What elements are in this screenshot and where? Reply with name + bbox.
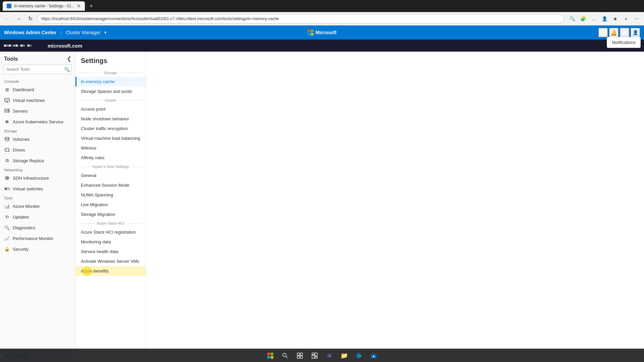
collections-icon[interactable]: +: [621, 14, 631, 23]
settings-nav-witness[interactable]: Witness: [75, 143, 146, 153]
settings-nav-activate-windows[interactable]: Activate Windows Server VMs: [75, 256, 146, 266]
sidebar-header: Tools ❮: [0, 52, 75, 65]
settings-nav-cluster-traffic[interactable]: Cluster traffic encryption: [75, 124, 146, 133]
refresh-button[interactable]: ↻: [25, 14, 35, 23]
profile-icon[interactable]: 👤: [600, 14, 609, 23]
browser-toolbar: ← → ↻ 🔍 🧩 … 👤 ★ + ⋯: [0, 12, 644, 25]
active-tab[interactable]: In-memory cache - Settings - Cl... ✕: [3, 1, 85, 11]
storage-replica-icon: ⧉: [4, 158, 10, 164]
tab-title: In-memory cache - Settings - Cl...: [14, 4, 74, 8]
more-icon[interactable]: …: [589, 14, 598, 23]
settings-nav-service-health[interactable]: Service health data: [75, 247, 146, 256]
extensions-icon[interactable]: 🧩: [578, 14, 588, 23]
svg-rect-29: [300, 356, 303, 358]
taskbar: 📁: [0, 349, 644, 362]
search-icon: 🔍: [64, 67, 70, 72]
settings-nav-general[interactable]: General: [75, 171, 146, 180]
settings-nav-storage-spaces[interactable]: Storage Spaces and pools: [75, 86, 146, 96]
cluster-manager-chevron[interactable]: ▾: [104, 30, 106, 35]
settings-nav-live-migration[interactable]: Live Migration: [75, 200, 146, 209]
settings-nav-enhanced-session[interactable]: Enhanced Session Mode: [75, 180, 146, 190]
sidebar-item-azure-monitor[interactable]: 📊 Azure Monitor: [0, 201, 75, 212]
diagnostics-label: Diagnostics: [13, 225, 35, 230]
svg-rect-20: [267, 353, 270, 355]
settings-content: [146, 52, 644, 361]
svg-line-25: [286, 356, 287, 358]
file-explorer-button[interactable]: 📁: [338, 350, 350, 362]
microsoft-logo-area: Microsoft: [308, 29, 337, 36]
new-tab-button[interactable]: +: [88, 3, 95, 10]
svg-point-19: [5, 188, 7, 190]
svg-rect-26: [297, 353, 300, 355]
edge-browser-button[interactable]: [353, 350, 365, 362]
sdn-label: SDN Infrastructure: [13, 176, 49, 181]
tab-close-button[interactable]: ✕: [77, 3, 81, 9]
svg-point-24: [283, 353, 286, 357]
svg-rect-2: [308, 33, 310, 36]
task-view-button[interactable]: [294, 350, 306, 362]
back-button[interactable]: ←: [3, 14, 12, 23]
gear-button[interactable]: ⚙: [620, 28, 629, 37]
settings-nav-in-memory-cache[interactable]: In-memory cache: [75, 77, 146, 86]
settings-nav-azure-benefits[interactable]: Azure benefits: [75, 266, 146, 276]
widgets-button[interactable]: [309, 350, 321, 362]
settings-nav-azure-stack-reg[interactable]: Azure Stack HCI registration: [75, 227, 146, 237]
search-tools-input[interactable]: [3, 65, 72, 74]
app-bar: Windows Admin Center | Cluster Manager ▾…: [0, 25, 644, 40]
profile-button[interactable]: 👤: [631, 28, 640, 37]
sidebar-item-virtual-switches[interactable]: Virtual switches: [0, 183, 75, 194]
favorites-icon[interactable]: ★: [610, 14, 620, 23]
microsoft-store-button[interactable]: [368, 350, 380, 362]
settings-nav-storage-migration[interactable]: Storage Migration: [75, 209, 146, 219]
tools-section-label: Tools: [0, 194, 75, 201]
settings-nav-monitoring-data[interactable]: Monitoring data: [75, 237, 146, 247]
sidebar-item-drives[interactable]: Drives: [0, 144, 75, 155]
forward-button[interactable]: →: [14, 14, 23, 23]
app-bar-separator: |: [60, 30, 61, 35]
browser-menu-icon[interactable]: ⋯: [632, 14, 641, 23]
teams-button[interactable]: [323, 350, 335, 362]
address-bar[interactable]: [37, 14, 564, 23]
settings-nav-vm-load-balancing[interactable]: Virtual machine load balancing: [75, 133, 146, 143]
sidebar-item-security[interactable]: 🔒 Security: [0, 244, 75, 254]
vswitches-label: Virtual switches: [13, 186, 43, 191]
taskbar-search-button[interactable]: [279, 350, 291, 362]
dashboard-label: Dashboard: [13, 87, 34, 92]
sidebar-item-storage-replica[interactable]: ⧉ Storage Replica: [0, 155, 75, 166]
svg-rect-23: [271, 356, 273, 359]
sidebar-collapse-button[interactable]: ❮: [67, 56, 71, 62]
svg-rect-21: [271, 353, 273, 355]
sidebar-item-virtual-machines[interactable]: Virtual machines: [0, 95, 75, 106]
volumes-label: Volumes: [13, 137, 30, 142]
search-icon[interactable]: 🔍: [568, 14, 577, 23]
storage-settings-label: Storage: [78, 69, 143, 77]
sidebar-item-servers[interactable]: Servers: [0, 106, 75, 116]
updates-icon: ↻: [4, 214, 10, 220]
vm-label: Virtual machines: [13, 98, 45, 103]
settings-nav-numa-spanning[interactable]: NUMA Spanning: [75, 190, 146, 200]
sidebar-item-diagnostics[interactable]: 🔍 Diagnostics: [0, 222, 75, 233]
browser-chrome: In-memory cache - Settings - Cl... ✕ +: [0, 0, 644, 12]
settings-nav-access-point[interactable]: Access point: [75, 104, 146, 114]
settings-title: Settings: [81, 57, 140, 65]
sidebar-item-performance-monitor[interactable]: 📈 Performance Monitor: [0, 233, 75, 244]
terminal-button[interactable]: ⌨: [598, 28, 608, 37]
sidebar-item-azure-kubernetes[interactable]: ☸ Azure Kubernetes Service: [0, 116, 75, 127]
vswitches-icon: [4, 186, 10, 192]
sidebar-item-volumes[interactable]: Volumes: [0, 134, 75, 144]
security-icon: 🔒: [4, 246, 10, 252]
bell-button[interactable]: 🔔: [609, 28, 619, 37]
cluster-manager-link[interactable]: Cluster Manager: [66, 30, 101, 35]
settings-nav: Settings Storage In-memory cache Storage…: [75, 52, 146, 361]
settings-nav-affinity-rules[interactable]: Affinity rules: [75, 153, 146, 163]
start-button[interactable]: [264, 350, 276, 362]
org-header: microsoft.com: [0, 40, 644, 52]
org-logo-pixels: [4, 45, 44, 47]
servers-label: Servers: [13, 109, 28, 114]
sidebar-item-updates[interactable]: ↻ Updates: [0, 212, 75, 222]
sidebar-item-sdn[interactable]: SDN Infrastructure: [0, 173, 75, 183]
settings-nav-node-shutdown[interactable]: Node shutdown behavior: [75, 114, 146, 124]
drives-label: Drives: [13, 147, 25, 153]
sidebar-item-dashboard[interactable]: ⊞ Dashboard: [0, 84, 75, 95]
microsoft-icon: [308, 29, 314, 36]
